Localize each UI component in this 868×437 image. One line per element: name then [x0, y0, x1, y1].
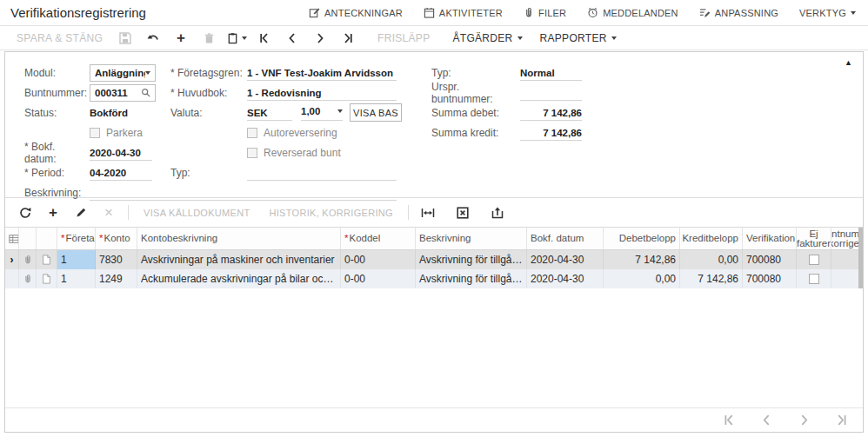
next-page-button[interactable]: [798, 414, 810, 426]
cell-kreditbelopp[interactable]: 7 142,86: [680, 269, 743, 288]
add-row-button[interactable]: +: [40, 202, 66, 223]
cell-koddel[interactable]: 0-00: [341, 269, 416, 288]
paperclip-icon: [524, 7, 534, 18]
field-summa-kredit: Summa kredit: 7 142,86: [431, 124, 582, 141]
foretagsgren-input[interactable]: 1 - VNF Test-Joakim Arvidsson: [247, 65, 397, 81]
search-icon[interactable]: [141, 88, 150, 97]
previous-page-button[interactable]: [761, 414, 772, 426]
cell-kontobeskrivning[interactable]: Ackumulerade avskrivningar på bilar och …: [137, 269, 341, 288]
cell-verifikation[interactable]: 700080: [743, 269, 797, 288]
menu-meddelanden[interactable]: MEDDELANDEN: [587, 7, 678, 18]
cell-beskrivning[interactable]: Avskrivning för tillgång 0000: [416, 250, 527, 269]
cell-beskrivning[interactable]: Avskrivning för tillgång 0000: [416, 269, 527, 288]
cell-verifikation[interactable]: 700080: [743, 250, 797, 269]
clipboard-menu-button[interactable]: [224, 28, 250, 49]
app-header: Verifikationsregistrering ANTECKNINGAR A…: [0, 0, 868, 26]
first-record-button[interactable]: [251, 28, 277, 49]
data-grid: *Företag *Konto Kontobeskrivning *Koddel…: [5, 228, 863, 288]
parkera-checkbox[interactable]: [90, 128, 100, 138]
next-record-button[interactable]: [307, 28, 333, 49]
header-konto[interactable]: *Konto: [96, 228, 137, 249]
cell-koddel[interactable]: 0-00: [341, 250, 416, 269]
typ-value: Normal: [520, 65, 582, 81]
previous-record-button[interactable]: [279, 28, 305, 49]
atgarder-menu-button[interactable]: ÅTGÄRDER: [444, 30, 530, 47]
refresh-button[interactable]: [12, 202, 38, 223]
bokf-datum-input[interactable]: 2020-04-30: [90, 145, 152, 161]
typ-rad-input[interactable]: [247, 165, 397, 181]
row-note-cell[interactable]: [37, 250, 57, 269]
add-record-button[interactable]: +: [168, 28, 194, 49]
header-verifikation[interactable]: Verifikation: [743, 228, 797, 249]
historik-korrigering-button[interactable]: HISTORIK, KORRIGERING: [260, 208, 401, 218]
delete-row-button[interactable]: ×: [96, 202, 122, 223]
delete-record-button[interactable]: [196, 28, 222, 49]
menu-anteckningar[interactable]: ANTECKNINGAR: [309, 7, 403, 18]
header-beskrivning[interactable]: Beskrivning: [416, 228, 527, 249]
cell-debetbelopp[interactable]: 0,00: [604, 269, 680, 288]
field-foretagsgren: * Företagsgren: 1 - VNF Test-Joakim Arvi…: [170, 64, 402, 81]
menu-anpassning[interactable]: ANPASSNING: [699, 7, 778, 18]
header-kontobeskrivning[interactable]: Kontobeskrivning: [137, 228, 341, 249]
huvudbok-input[interactable]: 1 - Redovisning: [247, 85, 397, 101]
cell-debetbelopp[interactable]: 7 142,86: [604, 250, 680, 269]
collapse-panel-button[interactable]: ▲: [845, 58, 852, 67]
rate-select[interactable]: 1,00: [301, 105, 343, 121]
ej-fakturerad-checkbox[interactable]: [809, 255, 819, 265]
frislapp-button[interactable]: FRISLÄPP: [370, 30, 437, 47]
cell-kontobeskrivning[interactable]: Avskrivningar på maskiner och inventarie…: [137, 250, 341, 269]
table-row[interactable]: 1 1249 Ackumulerade avskrivningar på bil…: [5, 269, 863, 288]
currency-input[interactable]: SEK: [247, 105, 292, 121]
header-koddel[interactable]: *Koddel: [341, 228, 416, 249]
header-bokf-datum[interactable]: Bokf. datum: [527, 228, 604, 249]
page-title: Verifikationsregistrering: [10, 5, 146, 20]
field-beskrivning: Beskrivning:: [24, 184, 397, 201]
cell-kreditbelopp[interactable]: 0,00: [680, 250, 743, 269]
modul-select[interactable]: Anläggningsre: [90, 64, 156, 82]
buntnummer-input[interactable]: 000311: [90, 84, 156, 102]
cell-konto[interactable]: 7830: [96, 250, 137, 269]
period-input[interactable]: 04-2020: [90, 165, 152, 181]
cell-foretag[interactable]: 1: [57, 250, 96, 269]
row-attachment-cell[interactable]: [19, 250, 37, 269]
save-button[interactable]: [112, 28, 138, 49]
header-ej-fakturerad[interactable]: Ej fakturer: [797, 228, 831, 249]
menu-filer[interactable]: FILER: [524, 7, 566, 18]
cell-bokf-datum[interactable]: 2020-04-30: [527, 250, 604, 269]
export-excel-button[interactable]: [450, 202, 476, 223]
period-label: * Period:: [24, 167, 90, 179]
cell-konto[interactable]: 1249: [96, 269, 137, 288]
cell-foretag[interactable]: 1: [57, 269, 96, 288]
save-close-button[interactable]: SPARA & STÄNG: [9, 30, 110, 47]
table-row[interactable]: › 1 7830 Avskrivningar på maskiner och i…: [5, 250, 863, 269]
autoreversering-checkbox[interactable]: [247, 128, 257, 138]
plus-icon: +: [49, 207, 57, 219]
menu-aktiviteter[interactable]: AKTIVITETER: [424, 7, 503, 18]
last-record-button[interactable]: [335, 28, 361, 49]
vertical-scrollbar[interactable]: [858, 228, 863, 288]
reverserad-bunt-checkbox[interactable]: [247, 148, 257, 158]
visa-bas-button[interactable]: VISA BAS: [350, 103, 402, 122]
menu-verktyg[interactable]: VERKTYG: [799, 8, 856, 18]
undo-button[interactable]: [140, 28, 166, 49]
rapporter-menu-button[interactable]: RAPPORTER: [532, 30, 624, 47]
header-debetbelopp[interactable]: Debetbelopp: [604, 228, 680, 249]
cell-bokf-datum[interactable]: 2020-04-30: [527, 269, 604, 288]
reverserad-bunt-label: Reverserad bunt: [264, 147, 341, 159]
header-foretag[interactable]: *Företag: [57, 228, 96, 249]
cell-ej-fakturerad: [797, 269, 831, 288]
fit-width-button[interactable]: [415, 202, 441, 223]
row-attachment-cell[interactable]: [19, 269, 37, 288]
urspr-buntnummer-label: Urspr. buntnummer:: [431, 81, 520, 105]
last-page-button[interactable]: [836, 414, 847, 426]
row-note-cell[interactable]: [37, 269, 57, 288]
undo-icon: [147, 32, 160, 43]
ej-fakturerad-checkbox[interactable]: [809, 274, 819, 284]
column-config-button[interactable]: [5, 228, 19, 249]
header-kreditbelopp[interactable]: Kreditbelopp: [680, 228, 743, 249]
load-from-file-button[interactable]: [484, 202, 511, 223]
first-page-button[interactable]: [724, 414, 735, 426]
visa-kalldokument-button[interactable]: VISA KÄLLDOKUMENT: [135, 208, 258, 218]
edit-row-button[interactable]: [68, 202, 94, 223]
beskrivning-input[interactable]: [90, 185, 397, 201]
